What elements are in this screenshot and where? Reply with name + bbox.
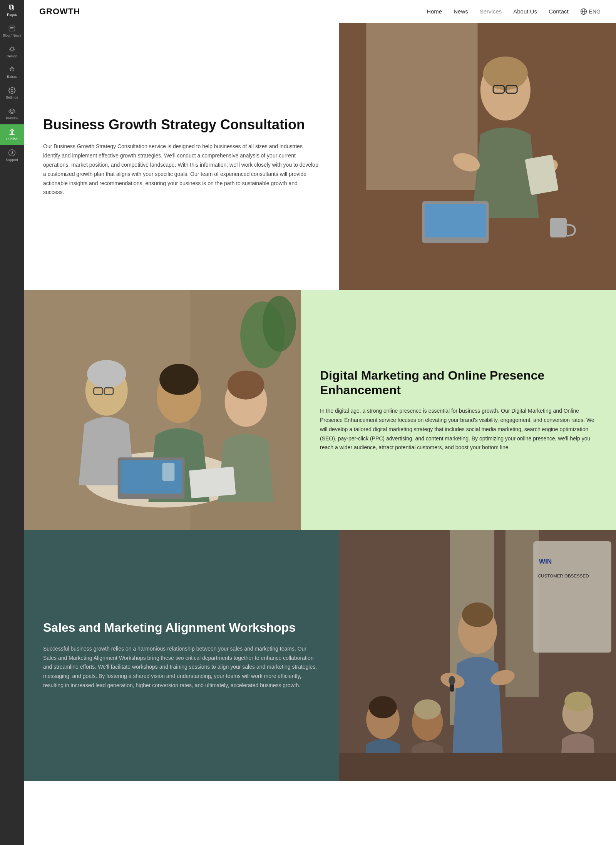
svg-point-5 [10, 47, 13, 50]
extras-icon [8, 66, 16, 74]
publish-icon [8, 128, 16, 136]
design-icon [8, 45, 16, 53]
section1-title: Business Growth Strategy Consultation [43, 116, 320, 133]
sidebar-item-pages[interactable]: Pages [0, 0, 24, 21]
svg-point-6 [11, 90, 13, 92]
sidebar-item-blog-news[interactable]: Blog / News [0, 21, 24, 42]
settings-icon [8, 87, 16, 94]
site-logo: GROWTH [39, 7, 80, 17]
sidebar-item-design[interactable]: Design [0, 42, 24, 62]
section2-image [24, 290, 301, 530]
section3-title: Sales and Marketing Alignment Workshops [43, 620, 320, 635]
section-sales-marketing: Sales and Marketing Alignment Workshops … [24, 530, 616, 781]
globe-icon [580, 8, 587, 15]
consultation-photo [339, 23, 616, 290]
preview-icon [8, 107, 16, 115]
nav-item-home[interactable]: Home [427, 8, 442, 15]
nav-item-services[interactable]: Services [480, 8, 502, 15]
workshop-photo-svg: WIN CUSTOMER OBSESSED [339, 530, 616, 781]
section3-text-block: Sales and Marketing Alignment Workshops … [24, 530, 339, 781]
svg-point-7 [11, 110, 13, 113]
section1-text-block: Business Growth Strategy Consultation Ou… [24, 23, 339, 290]
section3-body: Successful business growth relies on a h… [43, 644, 320, 690]
language-selector[interactable]: ENG [580, 8, 601, 15]
svg-rect-26 [339, 23, 616, 290]
section2-text-block: Digital Marketing and Online Presence En… [301, 290, 616, 530]
nav-item-news[interactable]: News [454, 8, 468, 15]
main-content: GROWTH Home News Services About Us Conta… [24, 0, 616, 845]
sidebar-item-preview[interactable]: Preview [0, 104, 24, 124]
sidebar: Pages Blog / News Design Extras Settings [0, 0, 24, 845]
svg-rect-2 [9, 26, 15, 31]
navigation: GROWTH Home News Services About Us Conta… [24, 0, 616, 23]
nav-item-about[interactable]: About Us [513, 8, 537, 15]
meeting-photo-svg [24, 290, 301, 530]
pages-icon [8, 4, 16, 12]
sidebar-item-publish[interactable]: Publish [0, 124, 24, 145]
sidebar-item-support[interactable]: Support [0, 145, 24, 166]
sidebar-item-settings[interactable]: Settings [0, 83, 24, 104]
section2-body: In the digital age, a strong online pres… [320, 407, 597, 452]
sidebar-item-extras[interactable]: Extras [0, 62, 24, 83]
section3-image: WIN CUSTOMER OBSESSED [339, 530, 616, 781]
svg-rect-0 [9, 5, 12, 9]
svg-rect-44 [24, 290, 301, 530]
nav-item-contact[interactable]: Contact [549, 8, 569, 15]
section-business-growth: Business Growth Strategy Consultation Ou… [24, 23, 616, 290]
consultation-photo-svg [339, 23, 616, 290]
section-digital-marketing: Digital Marketing and Online Presence En… [24, 290, 616, 530]
support-icon [8, 149, 16, 157]
nav-links: Home News Services About Us Contact [427, 8, 568, 15]
svg-rect-64 [339, 530, 616, 781]
blog-icon [8, 25, 16, 32]
svg-rect-1 [10, 6, 13, 10]
section2-title: Digital Marketing and Online Presence En… [320, 368, 597, 398]
section1-body: Our Business Growth Strategy Consultatio… [43, 142, 320, 197]
section1-image [339, 23, 616, 290]
